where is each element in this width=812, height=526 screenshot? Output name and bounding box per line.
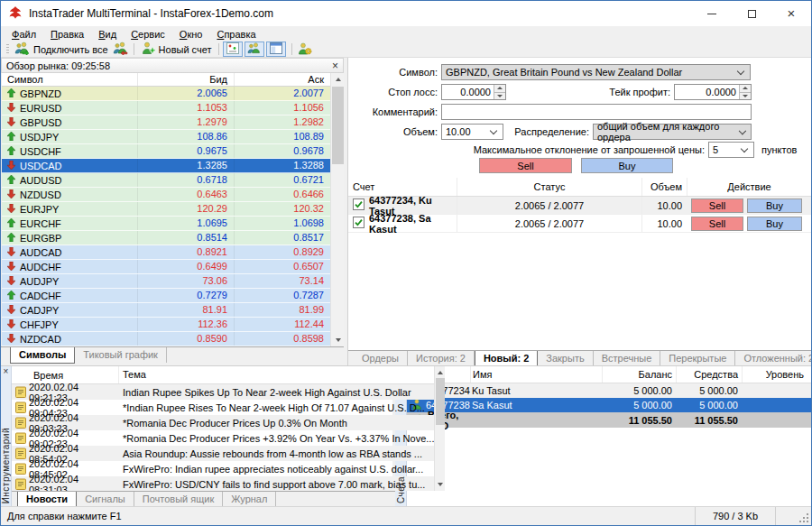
spin-down-icon[interactable] bbox=[494, 93, 505, 100]
sell-button[interactable]: Sell bbox=[479, 158, 572, 173]
spin-up-icon[interactable] bbox=[494, 85, 505, 93]
market-watch-row[interactable]: USDJPY108.86108.89 bbox=[2, 130, 330, 144]
column-ask[interactable]: Аск bbox=[234, 73, 330, 86]
account-settings-button[interactable] bbox=[296, 42, 314, 57]
account-row[interactable]: 64377234Ku Tasut5 000.005 000.00 bbox=[407, 383, 811, 398]
trend-down-icon bbox=[7, 189, 15, 200]
row-sell-button[interactable]: Sell bbox=[691, 217, 743, 231]
market-watch-row[interactable]: EURUSD1.10531.1056 bbox=[2, 101, 330, 115]
scroll-thumb[interactable] bbox=[332, 87, 344, 164]
spin-down-icon[interactable] bbox=[740, 93, 751, 100]
toolbar-grip[interactable] bbox=[6, 44, 9, 55]
minimize-button[interactable] bbox=[692, 1, 732, 26]
scroll-down-icon[interactable] bbox=[435, 478, 445, 491]
tab-news[interactable]: Новости bbox=[17, 491, 77, 506]
market-watch-row[interactable]: CADJPY81.9181.99 bbox=[2, 303, 330, 318]
spin-up-icon[interactable] bbox=[740, 85, 751, 93]
news-row[interactable]: 2020.02.04 08:31:03FxWirePro: USD/CNY fa… bbox=[12, 476, 434, 491]
scroll-down-icon[interactable] bbox=[331, 334, 344, 346]
symbol-name: GBPUSD bbox=[20, 117, 61, 128]
connect-all-icon bbox=[14, 42, 30, 57]
trend-up-icon bbox=[7, 88, 15, 99]
market-watch-row[interactable]: USDCAD1.32851.3288 bbox=[2, 159, 330, 173]
tab-mailbox[interactable]: Почтовый ящик bbox=[134, 492, 223, 506]
market-watch-row[interactable]: NZDUSD0.64630.6466 bbox=[2, 188, 330, 202]
column-name[interactable]: Имя bbox=[470, 366, 602, 383]
market-watch-row[interactable]: CHFJPY112.36112.44 bbox=[2, 318, 330, 332]
tab-counter[interactable]: Встречные bbox=[594, 351, 661, 365]
market-watch-row[interactable]: NZDCAD0.85900.8598 bbox=[2, 332, 330, 346]
bid-value: 1.2979 bbox=[137, 115, 234, 129]
market-watch-row[interactable]: AUDUSD0.67180.6721 bbox=[2, 173, 330, 188]
column-action[interactable]: Действие bbox=[687, 178, 811, 196]
column-account[interactable]: Счет bbox=[348, 181, 457, 192]
trade-account-row[interactable]: 64377238, Sa Kasut2.0065 / 2.007710.00Se… bbox=[348, 215, 811, 233]
column-time[interactable]: Время bbox=[12, 370, 118, 381]
bid-value: 0.8514 bbox=[137, 231, 234, 245]
menu-edit[interactable]: Правка bbox=[43, 26, 91, 42]
column-volume[interactable]: Объем bbox=[641, 178, 687, 196]
menu-help[interactable]: Справка bbox=[209, 26, 263, 42]
menu-file[interactable]: Файл bbox=[5, 26, 43, 42]
new-account-button[interactable]: Новый счет bbox=[138, 42, 215, 57]
market-watch-row[interactable]: EURGBP0.85140.8517 bbox=[2, 231, 330, 245]
resize-grip[interactable] bbox=[798, 512, 809, 525]
news-scrollbar[interactable] bbox=[434, 366, 445, 491]
tab-close[interactable]: Закрыть bbox=[538, 351, 593, 365]
toggle-accounts-button[interactable] bbox=[245, 42, 264, 57]
market-watch-row[interactable]: EURJPY120.29120.32 bbox=[2, 202, 330, 217]
scroll-up-icon[interactable] bbox=[331, 73, 344, 86]
market-watch-scrollbar[interactable] bbox=[330, 73, 344, 346]
column-equity[interactable]: Средства bbox=[676, 366, 742, 383]
row-sell-button[interactable]: Sell bbox=[691, 198, 743, 213]
comment-field[interactable] bbox=[441, 104, 752, 120]
toolbox-close-icon[interactable]: × bbox=[4, 367, 9, 376]
row-buy-button[interactable]: Buy bbox=[747, 217, 802, 231]
maximize-button[interactable] bbox=[732, 1, 771, 26]
symbol-combo[interactable]: GBPNZD, Great Britain Pound vs New Zeala… bbox=[441, 64, 751, 80]
market-watch-close-icon[interactable]: × bbox=[332, 61, 338, 70]
menu-window[interactable]: Окно bbox=[172, 26, 210, 42]
connect-all-button[interactable]: Подключить все bbox=[12, 42, 111, 57]
tab-signals[interactable]: Сигналы bbox=[77, 492, 134, 506]
column-bid[interactable]: Бид bbox=[137, 73, 234, 86]
market-watch-row[interactable]: CADCHF0.72790.7287 bbox=[2, 289, 330, 303]
market-watch-row[interactable]: GBPUSD1.29791.2982 bbox=[2, 115, 330, 130]
tab-history[interactable]: История: 2 bbox=[408, 351, 475, 365]
market-watch-row[interactable]: USDCHF0.96750.9678 bbox=[2, 144, 330, 159]
tab-hedged[interactable]: Перекрытые bbox=[660, 351, 735, 365]
market-watch-row[interactable]: AUDJPY73.0673.14 bbox=[2, 274, 330, 289]
tab-symbols[interactable]: Символы bbox=[10, 346, 75, 364]
stop-loss-stepper[interactable]: 0.0000 bbox=[441, 84, 506, 100]
distribution-combo[interactable]: общий объем для каждого ордера bbox=[593, 124, 752, 140]
tab-journal[interactable]: Журнал bbox=[223, 492, 276, 506]
account-checkbox[interactable] bbox=[353, 198, 364, 212]
market-watch-row[interactable]: AUDCAD0.89210.8929 bbox=[2, 245, 330, 260]
column-status[interactable]: Статус bbox=[457, 178, 641, 196]
tab-orders[interactable]: Ордеры bbox=[354, 351, 408, 365]
toggle-toolbox-button[interactable] bbox=[266, 42, 286, 57]
column-symbol[interactable]: Символ bbox=[2, 74, 137, 85]
menu-view[interactable]: Вид bbox=[91, 26, 124, 42]
account-checkbox[interactable] bbox=[353, 217, 364, 230]
disconnect-all-button[interactable] bbox=[111, 42, 130, 57]
toggle-market-watch-button[interactable] bbox=[223, 42, 243, 57]
scroll-up-icon[interactable] bbox=[435, 366, 445, 379]
take-profit-stepper[interactable]: 0.0000 bbox=[674, 84, 752, 100]
tab-pending[interactable]: Отложенный: 2 bbox=[735, 351, 811, 365]
column-balance[interactable]: Баланс bbox=[602, 366, 676, 383]
buy-button[interactable]: Buy bbox=[581, 158, 673, 173]
market-watch-row[interactable]: AUDCHF0.64990.6507 bbox=[2, 260, 330, 274]
market-watch-row[interactable]: EURCHF1.06951.0698 bbox=[2, 217, 330, 231]
column-level[interactable]: Уровень bbox=[742, 366, 811, 383]
close-button[interactable]: × bbox=[771, 1, 811, 26]
symbol-name: CADCHF bbox=[20, 291, 61, 301]
column-topic[interactable]: Тема bbox=[118, 366, 434, 383]
menu-service[interactable]: Сервис bbox=[124, 26, 172, 42]
market-watch-row[interactable]: GBPNZD2.00652.0077 bbox=[2, 87, 330, 101]
tab-tick-chart[interactable]: Тиковый график bbox=[75, 347, 167, 363]
tab-new[interactable]: Новый: 2 bbox=[475, 350, 538, 365]
deviation-combo[interactable]: 5 bbox=[708, 142, 754, 158]
scroll-thumb[interactable] bbox=[436, 378, 445, 425]
row-buy-button[interactable]: Buy bbox=[747, 198, 802, 213]
